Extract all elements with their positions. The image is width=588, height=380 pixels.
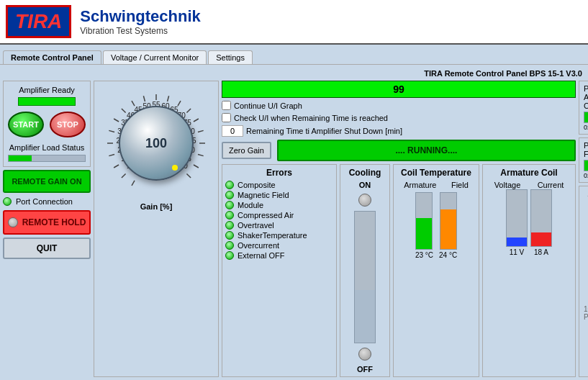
- svg-line-12: [114, 119, 119, 122]
- start-button[interactable]: START: [8, 112, 44, 137]
- svg-line-38: [186, 173, 191, 178]
- remote-hold-led: [8, 217, 18, 227]
- armature-temp-fill: [416, 218, 432, 249]
- bottom-row: Errors Composite Magnetic Field Module: [222, 164, 576, 377]
- error-shaker-temp-led: [225, 231, 234, 240]
- armature-power-fill: [584, 112, 588, 122]
- continue-graph-checkbox[interactable]: [222, 101, 231, 110]
- svg-line-28: [194, 119, 199, 122]
- field-temp-bar: [440, 192, 457, 250]
- field-power-bar: [584, 160, 588, 171]
- cooling-off-label: OFF: [357, 365, 373, 374]
- tab-settings[interactable]: Settings: [208, 50, 253, 64]
- error-overtravel-led: [225, 221, 234, 230]
- coil-temp-title: Coil Temperature: [397, 168, 476, 178]
- right-panel: Power [%] - Armature Coil 0 20 40 60 80 …: [579, 81, 588, 377]
- armature-power-bar: [584, 112, 588, 123]
- shock-field-power: 100 [%] Field Power: [584, 305, 588, 321]
- knob-value: 100: [145, 136, 167, 151]
- svg-line-14: [122, 109, 126, 113]
- continue-graph-row: Continue U/I Graph: [222, 101, 576, 110]
- armature-power-label: Power [%] - Armature Coil: [584, 84, 588, 110]
- panel-title: TIRA Remote Control Panel BPS 15-1 V3.0: [3, 68, 585, 79]
- error-shaker-temp: ShakerTemperature: [225, 231, 333, 240]
- error-external-off: External OFF: [225, 251, 333, 260]
- field-power-section: Power [%] - Field Coil 0 20 40 60 80 100: [579, 137, 588, 183]
- action-buttons-row: Zero Gain .... RUNNING....: [222, 140, 576, 161]
- zero-gain-button[interactable]: Zero Gain: [222, 142, 271, 159]
- field-power-label: Power [%] - Field Coil: [584, 141, 588, 158]
- stop-button[interactable]: STOP: [50, 112, 86, 137]
- content-row: Amplifier Ready START STOP Amplifier Loa…: [3, 81, 585, 377]
- controls-panel: 99 Continue U/I Graph Check U/I when Rem…: [222, 81, 576, 377]
- error-external-off-label: External OFF: [238, 251, 284, 260]
- company-subtitle: Vibration Test Systems: [80, 26, 200, 36]
- knob-panel: 5 10 15 20 25 30 35: [94, 81, 219, 377]
- cooling-bar-fill: [355, 290, 375, 343]
- cooling-on-indicator: [358, 194, 371, 207]
- remote-hold-label: REMOTE HOLD: [22, 217, 86, 227]
- svg-line-18: [143, 96, 145, 101]
- port-connection-row: Port Connection: [3, 196, 91, 207]
- current-value: 18 A: [534, 248, 548, 256]
- error-composite-label: Composite: [238, 181, 276, 189]
- check-ui-row: Check U/I when Remaining Time is reached: [222, 113, 576, 122]
- cooling-panel: Cooling ON OFF: [340, 164, 390, 377]
- field-col-label: Field: [451, 181, 469, 189]
- amp-ready-label: Amplifier Ready: [19, 86, 75, 94]
- quit-button[interactable]: QUIT: [3, 238, 91, 259]
- svg-line-36: [194, 165, 199, 168]
- amp-ready-indicator: [18, 97, 76, 106]
- error-external-off-led: [225, 251, 234, 260]
- temp-bars-row: 23 °C 24 °C: [397, 192, 476, 259]
- tab-voltage-monitor[interactable]: Voltage / Current Monitor: [103, 50, 207, 64]
- value-display: 99: [222, 81, 576, 98]
- armature-power-section: Power [%] - Armature Coil 0 20 40 60 80 …: [579, 81, 588, 135]
- error-compressed-air-label: Compressed Air: [238, 211, 294, 220]
- svg-line-24: [178, 101, 181, 106]
- svg-line-34: [198, 155, 204, 156]
- armature-temp-col: 23 °C: [415, 192, 433, 259]
- errors-title: Errors: [225, 168, 333, 178]
- error-magnetic-led: [225, 191, 234, 199]
- svg-line-0: [132, 181, 135, 186]
- voltage-bar-fill: [507, 238, 527, 246]
- armature-col-label: Armature: [404, 181, 436, 189]
- amp-status-box: Amplifier Ready START STOP Amplifier Loa…: [3, 81, 91, 167]
- main-area: TIRA Remote Control Panel BPS 15-1 V3.0 …: [0, 65, 588, 380]
- running-button[interactable]: .... RUNNING....: [277, 140, 576, 161]
- remaining-input[interactable]: [222, 125, 243, 137]
- check-ui-checkbox[interactable]: [222, 113, 231, 122]
- remote-hold-button[interactable]: REMOTE HOLD: [3, 210, 91, 235]
- error-overtravel: Overtravel: [225, 221, 333, 230]
- voltage-bar: [506, 189, 528, 247]
- port-connection-led: [3, 197, 12, 206]
- load-status-bar: [8, 155, 86, 162]
- error-shaker-temp-label: ShakerTemperature: [238, 231, 307, 240]
- port-connection-label: Port Connection: [16, 197, 73, 206]
- error-module-label: Module: [238, 201, 263, 209]
- svg-line-26: [186, 109, 191, 113]
- cooling-title: Cooling: [349, 168, 381, 178]
- tab-remote-control[interactable]: Remote Control Panel: [3, 50, 101, 64]
- load-status-label: Amplifier Load Status: [9, 143, 85, 152]
- continue-graph-label: Continue U/I Graph: [234, 101, 302, 110]
- svg-line-30: [198, 130, 204, 132]
- error-overcurrent-led: [225, 241, 234, 250]
- current-col-label: Current: [538, 181, 564, 189]
- logo: TIRA: [6, 5, 71, 38]
- gain-knob[interactable]: 5 10 15 20 25 30 35: [99, 86, 214, 201]
- coil-temp-panel: Coil Temperature Armature Field 23 °C: [393, 164, 479, 377]
- cooling-off-indicator: [358, 348, 371, 361]
- voltage-value: 11 V: [510, 248, 525, 256]
- svg-line-2: [122, 173, 126, 178]
- field-temp-col: 24 °C: [439, 192, 457, 259]
- power-scale-1: 0 20 40 60 80 100: [584, 124, 588, 131]
- error-composite: Composite: [225, 181, 333, 189]
- remote-gain-button[interactable]: REMOTE GAIN ON: [3, 170, 91, 193]
- knob-sphere[interactable]: 100: [119, 106, 194, 181]
- load-bar-fill: [9, 155, 32, 161]
- remaining-label: Remaining Time ti Amplifier Shut Down [m…: [246, 127, 402, 135]
- svg-line-6: [109, 155, 114, 156]
- auto-field-label: Automatic Field Control: [584, 189, 588, 215]
